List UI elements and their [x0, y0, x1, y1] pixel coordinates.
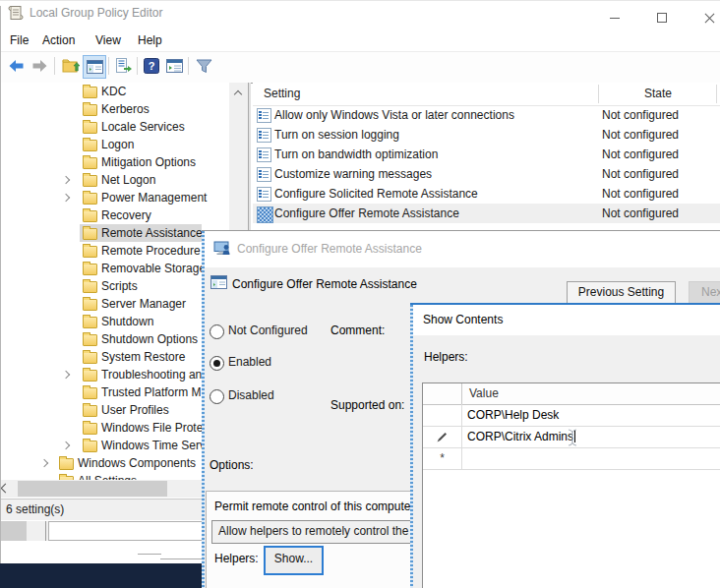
- scrollbar-thumb[interactable]: [18, 481, 167, 497]
- folder-icon: [83, 441, 97, 452]
- tree-item[interactable]: Windows Components: [0, 454, 229, 472]
- folder-icon: [83, 122, 97, 134]
- helper-value-cell[interactable]: CORP\Citrix Admins: [467, 426, 575, 447]
- tree-item[interactable]: Remote Assistance: [0, 224, 229, 242]
- maximize-button[interactable]: [639, 6, 685, 29]
- tree-item-label: Windows Time Serv: [101, 437, 206, 454]
- grid-row[interactable]: CORP\Help Desk: [423, 404, 720, 427]
- scroll-left-button[interactable]: [0, 480, 17, 498]
- close-button[interactable]: [687, 6, 720, 29]
- up-folder-button[interactable]: [60, 55, 82, 77]
- back-icon: [8, 58, 25, 74]
- expand-chevron-icon[interactable]: [62, 194, 70, 202]
- toolbar-separator: [188, 57, 189, 75]
- tree-item[interactable]: Recovery: [0, 206, 229, 224]
- tree-item[interactable]: System Restore: [0, 348, 229, 366]
- tree-item-label: All Settings: [78, 472, 137, 480]
- scrollbar-thumb[interactable]: [0, 521, 27, 541]
- properties-window-button[interactable]: [163, 55, 185, 77]
- policy-setting-icon: [257, 108, 271, 123]
- menu-file[interactable]: File: [10, 29, 29, 51]
- tree-item[interactable]: Trusted Platform M: [0, 383, 229, 401]
- column-state[interactable]: State: [600, 83, 716, 104]
- settings-row[interactable]: Configure Offer Remote AssistanceNot con…: [253, 204, 720, 223]
- filter-icon: [196, 59, 212, 74]
- helpers-label: Helpers:: [424, 350, 468, 364]
- menu-action[interactable]: Action: [42, 29, 75, 51]
- tree-item[interactable]: User Profiles: [0, 401, 229, 419]
- tree-item[interactable]: Kerberos: [0, 100, 229, 118]
- tree-item[interactable]: Windows File Prote: [0, 419, 229, 437]
- editing-pencil-icon: [423, 426, 462, 447]
- settings-row[interactable]: Turn on session loggingNot configured: [253, 125, 720, 145]
- tree-item[interactable]: Troubleshooting an: [0, 366, 229, 383]
- folder-icon: [83, 317, 97, 328]
- expand-chevron-icon[interactable]: [62, 176, 70, 184]
- help-icon: ?: [144, 58, 159, 74]
- console-tree-button[interactable]: [83, 55, 106, 79]
- grid-row[interactable]: *: [423, 447, 720, 470]
- menu-view[interactable]: View: [95, 29, 121, 51]
- radio-not-configured-label[interactable]: Not Configured: [228, 323, 308, 338]
- expand-chevron-icon[interactable]: [40, 459, 48, 467]
- menu-help[interactable]: Help: [138, 29, 162, 51]
- column-separator[interactable]: [598, 85, 599, 103]
- forward-button[interactable]: [29, 55, 50, 77]
- tree-item[interactable]: Locale Services: [0, 118, 229, 136]
- background-window-scrollbar: [0, 521, 202, 541]
- settings-row[interactable]: Allow only Windows Vista or later connec…: [253, 105, 720, 125]
- setting-heading: Configure Offer Remote Assistance: [232, 276, 417, 292]
- radio-disabled[interactable]: [210, 389, 224, 404]
- tree-item[interactable]: Logon: [0, 136, 229, 153]
- tree-item[interactable]: Windows Time Serv: [0, 437, 229, 454]
- help-button[interactable]: ?: [141, 55, 162, 77]
- settings-row[interactable]: Configure Solicited Remote AssistanceNot…: [253, 184, 720, 204]
- radio-not-configured[interactable]: [210, 324, 224, 339]
- settings-row[interactable]: Customize warning messagesNot configured: [253, 164, 720, 184]
- scroll-right-button[interactable]: [27, 521, 44, 541]
- tree-horizontal-scrollbar[interactable]: [0, 480, 229, 498]
- folder-icon: [83, 210, 97, 222]
- tree-item[interactable]: Scripts: [0, 277, 229, 295]
- setting-state: Not configured: [602, 105, 679, 125]
- radio-disabled-label[interactable]: Disabled: [228, 388, 274, 403]
- tree-item[interactable]: Shutdown Options: [0, 330, 229, 348]
- tree-item[interactable]: All Settings: [0, 472, 229, 480]
- tree-item[interactable]: Removable Storage: [0, 260, 229, 277]
- properties-window-icon: [166, 59, 183, 73]
- tree-item[interactable]: Shutdown: [0, 313, 229, 330]
- filter-button[interactable]: [193, 55, 214, 77]
- radio-enabled-label[interactable]: Enabled: [228, 355, 271, 370]
- setting-state: Not configured: [602, 204, 679, 223]
- tree-item[interactable]: Server Manager: [0, 295, 229, 313]
- export-list-button[interactable]: [112, 55, 134, 77]
- expand-chevron-icon[interactable]: [62, 441, 70, 449]
- tree-item[interactable]: Remote Procedure: [0, 242, 229, 260]
- settings-row[interactable]: Turn on bandwidth optimizationNot config…: [253, 145, 720, 164]
- folder-icon: [83, 281, 97, 293]
- column-separator[interactable]: [716, 85, 717, 103]
- policy-setting-icon: [257, 128, 271, 143]
- minimize-button[interactable]: [592, 6, 637, 29]
- policy-setting-icon: [257, 147, 271, 162]
- setting-name: Turn on session logging: [274, 125, 399, 145]
- back-button[interactable]: [5, 55, 27, 77]
- show-button[interactable]: Show...: [264, 546, 324, 575]
- value-column-header[interactable]: Value: [469, 383, 499, 403]
- policy-setting-icon: [210, 275, 227, 289]
- tree-item-label: Remote Assistance: [101, 224, 203, 242]
- tree-item-label: Power Management: [101, 189, 207, 206]
- tree-item-label: Troubleshooting an: [101, 366, 202, 383]
- setting-name: Configure Offer Remote Assistance: [274, 204, 459, 223]
- tree-item-label: Recovery: [101, 206, 151, 224]
- radio-enabled[interactable]: [210, 356, 224, 371]
- expand-chevron-icon[interactable]: [62, 371, 70, 379]
- tree-item[interactable]: Mitigation Options: [0, 153, 229, 171]
- tree-item-label: Windows Components: [78, 454, 196, 472]
- tree-item[interactable]: Net Logon: [0, 171, 229, 189]
- tree-item[interactable]: KDC: [0, 83, 229, 100]
- tree-item[interactable]: Power Management: [0, 189, 229, 206]
- helper-value-cell[interactable]: CORP\Help Desk: [467, 404, 559, 426]
- folder-icon: [83, 299, 97, 311]
- column-setting[interactable]: Setting: [264, 83, 300, 104]
